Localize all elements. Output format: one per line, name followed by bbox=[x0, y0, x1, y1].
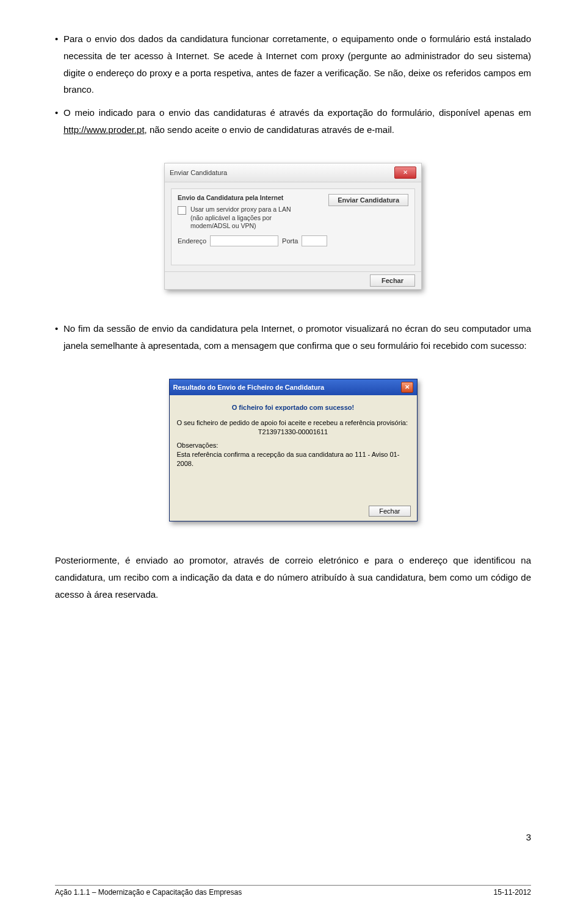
text-before-link: O meio indicado para o envio das candida… bbox=[63, 107, 531, 118]
endereco-input[interactable] bbox=[210, 235, 278, 246]
text-after-link: , não sendo aceite o envio de candidatur… bbox=[145, 124, 394, 135]
reference-number: T213971330-00001611 bbox=[177, 428, 410, 435]
paragraph-text: Para o envio dos dados da candidatura fu… bbox=[63, 30, 531, 98]
endereco-label: Endereço bbox=[178, 237, 206, 245]
send-candidatura-dialog: Enviar Candidatura ✕ Envio da Candidatur… bbox=[164, 163, 422, 290]
frame-envio: Envio da Candidatura pela Internet Usar … bbox=[171, 188, 415, 266]
page-number: 3 bbox=[526, 832, 531, 842]
dialog-title: Enviar Candidatura bbox=[170, 169, 227, 176]
bullet-paragraph-1: • Para o envio dos dados da candidatura … bbox=[55, 30, 531, 98]
dialog-titlebar: Resultado do Envio de Ficheiro de Candid… bbox=[170, 379, 417, 395]
enviar-candidatura-button[interactable]: Enviar Candidatura bbox=[328, 194, 408, 206]
proxy-label-line3: modem/ADSL ou VPN) bbox=[190, 222, 256, 229]
dialog-title: Resultado do Envio de Ficheiro de Candid… bbox=[173, 384, 325, 391]
paragraph-4: Posteriormente, é enviado ao promotor, a… bbox=[55, 552, 531, 603]
frame-title: Envio da Candidatura pela Internet bbox=[178, 194, 324, 202]
bullet-mark: • bbox=[55, 104, 63, 138]
page-footer: Ação 1.1.1 – Modernização e Capacitação … bbox=[0, 885, 586, 900]
observacoes-text: Esta referência confirma a recepção da s… bbox=[177, 450, 410, 468]
dialog-titlebar: Enviar Candidatura ✕ bbox=[165, 163, 421, 182]
porta-input[interactable] bbox=[302, 235, 327, 246]
footer-left: Ação 1.1.1 – Modernização e Capacitação … bbox=[55, 888, 242, 897]
dialog-footer: Fechar bbox=[170, 504, 417, 521]
dialog-body: Envio da Candidatura pela Internet Usar … bbox=[165, 182, 421, 272]
bullet-mark: • bbox=[55, 320, 63, 354]
accepted-line: O seu ficheiro de pedido de apoio foi ac… bbox=[177, 418, 410, 428]
page-content: • Para o envio dos dados da candidatura … bbox=[0, 0, 586, 885]
dialog-screenshot-1: Enviar Candidatura ✕ Envio da Candidatur… bbox=[55, 163, 531, 290]
proxy-label-line2: (não aplicável a ligações por bbox=[190, 214, 272, 221]
proxy-label-line1: Usar um servidor proxy para a LAN bbox=[190, 206, 291, 213]
fechar-button[interactable]: Fechar bbox=[369, 506, 410, 517]
dialog-body: O ficheiro foi exportado com sucesso! O … bbox=[170, 395, 417, 504]
bullet-paragraph-2: • O meio indicado para o envio das candi… bbox=[55, 104, 531, 138]
observacoes-label: Observações: bbox=[177, 442, 410, 449]
bullet-paragraph-3: • No fim da sessão de envio da candidatu… bbox=[55, 320, 531, 354]
paragraph-text: O meio indicado para o envio das candida… bbox=[63, 104, 531, 138]
porta-label: Porta bbox=[282, 237, 298, 245]
dialog-screenshot-2: Resultado do Envio de Ficheiro de Candid… bbox=[55, 379, 531, 522]
paragraph-text: No fim da sessão de envio da candidatura… bbox=[63, 320, 531, 354]
fechar-button[interactable]: Fechar bbox=[370, 274, 415, 287]
footer-right: 15-11-2012 bbox=[494, 888, 531, 897]
close-icon[interactable]: ✕ bbox=[394, 167, 416, 179]
export-success-message: O ficheiro foi exportado com sucesso! bbox=[177, 404, 410, 411]
proxy-fields-row: Endereço Porta bbox=[178, 235, 408, 246]
bullet-mark: • bbox=[55, 30, 63, 98]
resultado-envio-dialog: Resultado do Envio de Ficheiro de Candid… bbox=[169, 379, 418, 522]
proxy-checkbox[interactable] bbox=[178, 206, 186, 215]
close-icon[interactable]: ✕ bbox=[401, 382, 413, 393]
dialog-footer: Fechar bbox=[165, 271, 421, 289]
proder-link[interactable]: http://www.proder.pt bbox=[63, 124, 145, 135]
